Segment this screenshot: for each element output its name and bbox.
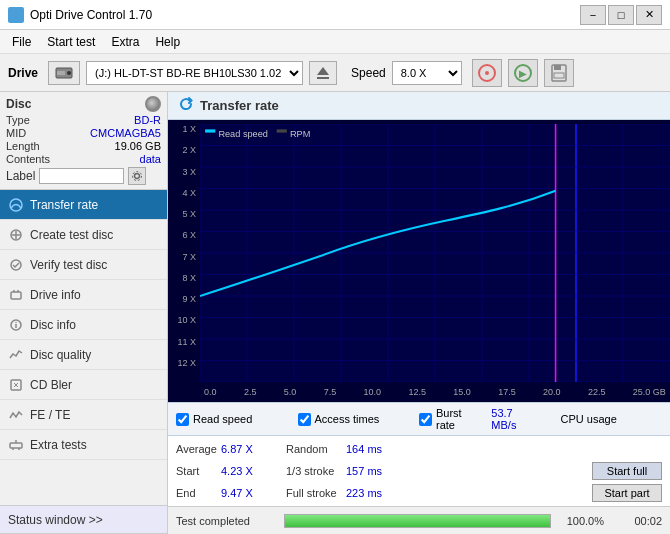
start-full-button[interactable]: Start full: [592, 462, 662, 480]
x-label-15: 15.0: [453, 387, 471, 397]
speed-selector[interactable]: 8.0 X: [392, 61, 462, 85]
content-area: Transfer rate 12 X 11 X 10 X 9 X 8 X 7 X…: [168, 92, 670, 534]
full-stroke-value: 223 ms: [346, 487, 401, 499]
nav-disc-info[interactable]: Disc info: [0, 310, 167, 340]
fe-te-icon: [8, 407, 24, 423]
maximize-button[interactable]: □: [608, 5, 634, 25]
drive-info-icon: [8, 287, 24, 303]
burn-icon-button[interactable]: ▶: [508, 59, 538, 87]
x-label-10: 10.0: [364, 387, 382, 397]
access-times-check-item: Access times: [298, 413, 420, 426]
chart-svg: Read speed RPM: [200, 124, 670, 382]
length-value: 19.06 GB: [115, 140, 161, 152]
x-label-2.5: 2.5: [244, 387, 257, 397]
stats-area: Average 6.87 X Random 164 ms Start 4.23 …: [168, 436, 670, 506]
status-window-button[interactable]: Status window >>: [0, 506, 167, 534]
menu-help[interactable]: Help: [147, 30, 188, 53]
average-row: Average 6.87 X Random 164 ms: [176, 438, 662, 460]
svg-text:▶: ▶: [519, 68, 527, 79]
access-times-check-label: Access times: [315, 413, 380, 425]
x-axis: 0.0 2.5 5.0 7.5 10.0 12.5 15.0 17.5 20.0…: [200, 382, 670, 402]
disc-panel-title: Disc: [6, 97, 31, 111]
label-gear-button[interactable]: [128, 167, 146, 185]
full-stroke-label: Full stroke: [286, 487, 346, 499]
start-row: Start 4.23 X 1/3 stroke 157 ms Start ful…: [176, 460, 662, 482]
nav-disc-quality[interactable]: Disc quality: [0, 340, 167, 370]
nav-create-test-disc[interactable]: Create test disc: [0, 220, 167, 250]
length-label: Length: [6, 140, 40, 152]
y-label-6: 6 X: [170, 230, 198, 240]
contents-label: Contents: [6, 153, 50, 165]
drive-label: Drive: [8, 66, 38, 80]
app-icon: [8, 7, 24, 23]
y-label-12: 12 X: [170, 358, 198, 368]
drive-icon-button[interactable]: [48, 61, 80, 85]
cpu-usage-check-item: CPU usage: [541, 413, 663, 425]
svg-rect-2: [57, 71, 65, 75]
y-label-2: 2 X: [170, 145, 198, 155]
x-label-22.5: 22.5: [588, 387, 606, 397]
end-row: End 9.47 X Full stroke 223 ms Start part: [176, 482, 662, 504]
nav-extra-tests[interactable]: Extra tests: [0, 430, 167, 460]
title-bar: Opti Drive Control 1.70 − □ ✕: [0, 0, 670, 30]
disc-info-icon: [8, 317, 24, 333]
x-label-5: 5.0: [284, 387, 297, 397]
nav-cd-bler[interactable]: CD Bler: [0, 370, 167, 400]
nav-create-test-disc-label: Create test disc: [30, 228, 113, 242]
menu-extra[interactable]: Extra: [103, 30, 147, 53]
svg-rect-11: [554, 73, 564, 78]
nav-verify-test-disc[interactable]: Verify test disc: [0, 250, 167, 280]
close-button[interactable]: ✕: [636, 5, 662, 25]
y-label-11: 11 X: [170, 337, 198, 347]
nav-items: Transfer rate Create test disc Verify te…: [0, 190, 167, 505]
extra-tests-icon: [8, 437, 24, 453]
x-label-12.5: 12.5: [408, 387, 426, 397]
transfer-rate-icon: [8, 197, 24, 213]
mid-label: MID: [6, 127, 26, 139]
burst-rate-checkbox[interactable]: [419, 413, 432, 426]
disc-label-input[interactable]: [39, 168, 124, 184]
media-icon-button[interactable]: [472, 59, 502, 87]
nav-transfer-rate[interactable]: Transfer rate: [0, 190, 167, 220]
checkboxes-row: Read speed Access times Burst rate 53.7 …: [168, 402, 670, 436]
y-label-4: 4 X: [170, 188, 198, 198]
type-label: Type: [6, 114, 30, 126]
main-layout: Disc Type BD-R MID CMCMAGBA5 Length 19.0…: [0, 92, 670, 534]
y-label-1: 1 X: [170, 124, 198, 134]
x-label-7.5: 7.5: [324, 387, 337, 397]
menu-file[interactable]: File: [4, 30, 39, 53]
nav-fe-te[interactable]: FE / TE: [0, 400, 167, 430]
app-title: Opti Drive Control 1.70: [30, 8, 580, 22]
nav-fe-te-label: FE / TE: [30, 408, 70, 422]
svg-point-1: [67, 71, 71, 75]
progress-bar-fill: [285, 515, 550, 527]
read-speed-check-label: Read speed: [193, 413, 252, 425]
access-times-checkbox[interactable]: [298, 413, 311, 426]
drive-selector[interactable]: (J:) HL-DT-ST BD-RE BH10LS30 1.02: [86, 61, 303, 85]
average-value: 6.87 X: [221, 443, 276, 455]
nav-extra-tests-label: Extra tests: [30, 438, 87, 452]
save-icon-button[interactable]: [544, 59, 574, 87]
cpu-usage-label: CPU usage: [561, 413, 617, 425]
svg-rect-10: [554, 65, 561, 70]
panel-title: Transfer rate: [200, 98, 279, 113]
nav-drive-info[interactable]: Drive info: [0, 280, 167, 310]
start-part-button[interactable]: Start part: [592, 484, 662, 502]
one-third-value: 157 ms: [346, 465, 401, 477]
end-label: End: [176, 487, 221, 499]
x-label-17.5: 17.5: [498, 387, 516, 397]
x-label-20: 20.0: [543, 387, 561, 397]
random-label: Random: [286, 443, 346, 455]
cd-bler-icon: [8, 377, 24, 393]
svg-rect-60: [277, 129, 287, 132]
status-section: Status window >>: [0, 505, 167, 534]
status-text: Test completed: [176, 515, 276, 527]
svg-point-12: [135, 174, 140, 179]
eject-button[interactable]: [309, 61, 337, 85]
type-value: BD-R: [134, 114, 161, 126]
minimize-button[interactable]: −: [580, 5, 606, 25]
read-speed-checkbox[interactable]: [176, 413, 189, 426]
mid-value: CMCMAGBA5: [90, 127, 161, 139]
nav-verify-test-disc-label: Verify test disc: [30, 258, 107, 272]
menu-start-test[interactable]: Start test: [39, 30, 103, 53]
